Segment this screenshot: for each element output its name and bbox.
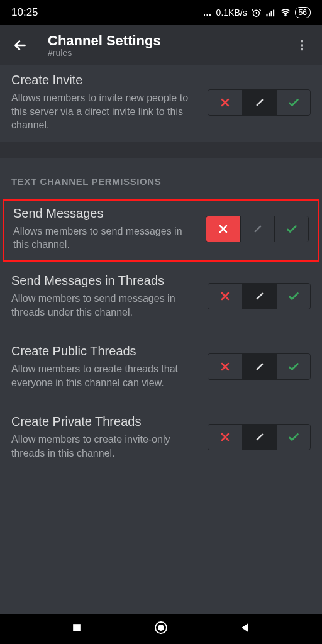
perm-desc: Allows members to invite new people to t… <box>11 91 200 132</box>
slash-icon <box>253 96 266 109</box>
slash-icon <box>252 223 264 235</box>
svg-point-6 <box>301 40 303 43</box>
nav-home-button[interactable] <box>153 620 169 638</box>
page-title: Channel Settings <box>48 33 161 49</box>
svg-point-7 <box>301 44 303 47</box>
svg-rect-1 <box>266 13 267 16</box>
perm-toggle-send-messages <box>206 216 309 242</box>
section-header-text-perms: TEXT CHANNEL PERMISSIONS <box>0 158 322 193</box>
perm-row-send-threads: Send Messages in Threads Allow members t… <box>0 265 322 329</box>
perm-toggle-create-invite <box>208 89 311 116</box>
alarm-icon <box>251 8 262 18</box>
wifi-icon <box>280 7 291 18</box>
svg-point-8 <box>301 48 303 51</box>
perm-deny-button[interactable] <box>208 354 242 379</box>
perm-passthrough-button[interactable] <box>240 216 274 242</box>
perm-deny-button[interactable] <box>208 90 242 115</box>
battery-icon: 56 <box>295 7 311 18</box>
x-icon <box>217 223 230 235</box>
app-bar: Channel Settings #rules <box>0 25 322 65</box>
highlight-annotation: Send Messages Allows members to send mes… <box>3 199 319 262</box>
x-icon <box>219 360 231 373</box>
slash-icon <box>253 290 266 303</box>
nav-recents-button[interactable] <box>70 621 83 636</box>
section-divider <box>0 142 322 158</box>
system-nav-bar <box>0 614 322 644</box>
check-icon <box>287 96 301 109</box>
circle-icon <box>153 620 169 635</box>
x-icon <box>219 290 231 303</box>
square-icon <box>70 621 83 634</box>
x-icon <box>219 96 231 109</box>
perm-title: Create Invite <box>11 73 200 87</box>
net-speed: 0.1KB/s <box>216 8 247 18</box>
status-time: 10:25 <box>11 6 38 19</box>
page-subtitle: #rules <box>48 48 161 58</box>
status-right: 0.1KB/s 56 <box>203 7 311 18</box>
perm-desc: Allow members to create invite-only thre… <box>11 433 200 460</box>
perm-passthrough-button[interactable] <box>242 90 276 115</box>
triangle-left-icon <box>239 621 252 634</box>
svg-rect-2 <box>269 12 270 16</box>
perm-deny-button[interactable] <box>208 425 242 450</box>
perm-desc: Allow members to send messages in thread… <box>11 292 200 319</box>
perm-toggle-create-private-threads <box>208 424 311 450</box>
svg-rect-3 <box>270 11 272 16</box>
back-button[interactable] <box>8 33 33 58</box>
perm-allow-button[interactable] <box>276 425 310 450</box>
perm-title: Send Messages <box>13 206 198 221</box>
perm-desc: Allows members to send messages in this … <box>13 225 198 252</box>
perm-allow-button[interactable] <box>276 90 310 115</box>
more-status-icon <box>203 8 213 18</box>
check-icon <box>285 222 299 236</box>
svg-rect-4 <box>273 9 274 16</box>
perm-allow-button[interactable] <box>276 354 310 379</box>
nav-back-button[interactable] <box>239 621 252 636</box>
perm-row-create-invite: Create Invite Allows members to invite n… <box>0 65 322 142</box>
perm-deny-button[interactable] <box>206 216 240 242</box>
more-vertical-icon <box>295 38 309 52</box>
check-icon <box>287 430 301 444</box>
perm-passthrough-button[interactable] <box>242 425 276 450</box>
perm-toggle-send-threads <box>208 283 311 309</box>
perm-passthrough-button[interactable] <box>242 284 276 309</box>
perm-allow-button[interactable] <box>274 216 308 242</box>
check-icon <box>287 289 301 303</box>
slash-icon <box>253 431 266 443</box>
svg-point-11 <box>158 625 164 630</box>
status-bar: 10:25 0.1KB/s 56 <box>0 0 322 25</box>
svg-rect-9 <box>73 624 80 631</box>
svg-point-5 <box>285 14 286 16</box>
perm-allow-button[interactable] <box>276 284 310 309</box>
perm-title: Create Private Threads <box>11 414 200 429</box>
perm-deny-button[interactable] <box>208 284 242 309</box>
x-icon <box>219 431 231 443</box>
perm-passthrough-button[interactable] <box>242 354 276 379</box>
content-scroll[interactable]: Create Invite Allows members to invite n… <box>0 65 322 614</box>
perm-title: Send Messages in Threads <box>11 274 200 288</box>
perm-desc: Allow members to create threads that eve… <box>11 362 200 389</box>
perm-row-create-private-threads: Create Private Threads Allow members to … <box>0 399 322 470</box>
slash-icon <box>253 360 266 373</box>
arrow-left-icon <box>12 37 28 53</box>
perm-toggle-create-public-threads <box>208 353 311 380</box>
overflow-button[interactable] <box>289 33 314 58</box>
signal-icon <box>265 8 276 18</box>
check-icon <box>287 360 301 374</box>
perm-row-create-public-threads: Create Public Threads Allow members to c… <box>0 329 322 399</box>
perm-title: Create Public Threads <box>11 344 200 358</box>
